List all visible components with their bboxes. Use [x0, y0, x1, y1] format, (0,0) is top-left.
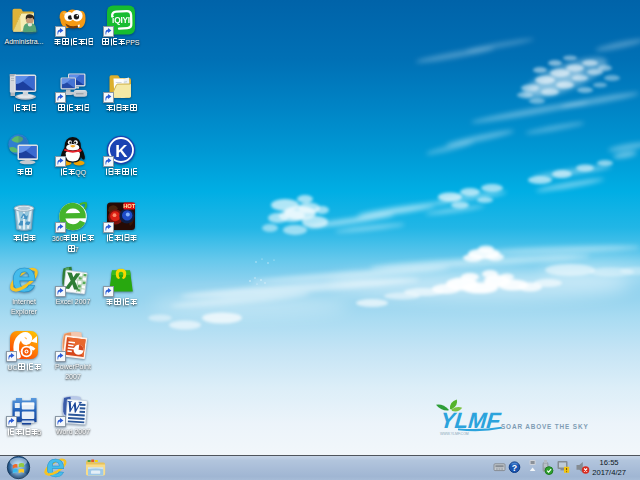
svg-text:?: ?: [512, 463, 517, 473]
svg-text:iQIYI: iQIYI: [112, 15, 130, 25]
svg-text:e: e: [46, 456, 65, 480]
svg-text:W: W: [65, 397, 82, 417]
svg-text:WWW.YLMF.COM: WWW.YLMF.COM: [440, 432, 469, 436]
svg-text:HOT: HOT: [123, 203, 136, 209]
svg-text:SOAR ABOVE THE SKY: SOAR ABOVE THE SKY: [501, 423, 589, 430]
svg-text:K: K: [115, 142, 128, 161]
